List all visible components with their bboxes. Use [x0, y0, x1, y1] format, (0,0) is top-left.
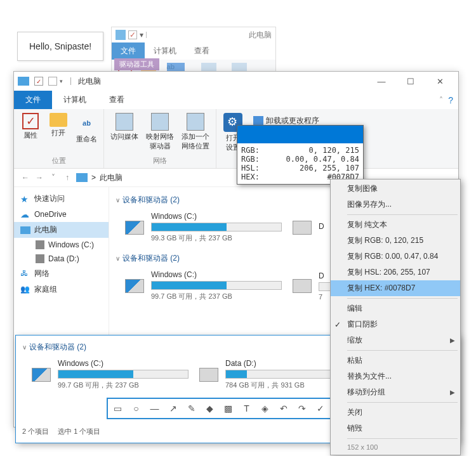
menu-item[interactable]: 复制 RGB: 0.00, 0.47, 0.84 [331, 249, 460, 264]
drive-item[interactable]: Windows (C:)99.3 GB 可用，共 237 GB [123, 212, 282, 243]
tab-view[interactable]: 查看 [98, 91, 136, 109]
tool-button[interactable]: ↶ [275, 400, 293, 417]
menu-item[interactable]: 复制 HSL: 206, 255, 107 [331, 264, 460, 280]
minimize-button[interactable]: — [367, 72, 396, 91]
help-icon[interactable]: ? [448, 95, 453, 105]
tool-button[interactable]: ○ [128, 400, 145, 417]
menu-item[interactable]: 复制 纯文本 [331, 217, 460, 233]
tab-computer[interactable]: 计算机 [145, 42, 185, 60]
ribbon-media[interactable]: 访问媒体 [108, 112, 141, 143]
tool-button[interactable]: T [238, 400, 256, 417]
qat-dropdown-icon[interactable]: ▾ [60, 78, 63, 84]
qat-checkbox[interactable]: ✓ [34, 77, 43, 86]
menu-item[interactable]: 替换为文件... [331, 368, 460, 384]
menu-label: 关闭 [347, 407, 362, 418]
annotation-toolbar: ▭○—↗✎◆▩T◈↶↷✓✗📌 [107, 398, 369, 419]
color-value-row: RGB: 0, 120, 215 [241, 146, 359, 155]
mini-title: 此电脑 [249, 30, 272, 41]
breadcrumb[interactable]: > 此电脑 [76, 173, 122, 183]
forward-button[interactable]: → [33, 171, 46, 184]
color-picker-tooltip: RGB: 0, 120, 215RGB:0.00, 0.47, 0.84HSL:… [237, 125, 364, 185]
menu-label: 粘贴 [347, 355, 362, 366]
sidebar-item[interactable]: ★快速访问 [14, 191, 109, 207]
sidebar-label: 此电脑 [34, 225, 57, 235]
tool-button[interactable]: ✎ [183, 400, 201, 417]
menu-item[interactable]: 粘贴 [331, 353, 460, 368]
tool-button[interactable]: ▭ [109, 400, 127, 417]
menu-label: 销毁 [347, 423, 362, 434]
net-icon: 🖧 [20, 269, 30, 279]
menu-item[interactable]: 销毁 [331, 420, 460, 436]
status-selected: 选中 1 个项目 [58, 427, 100, 436]
tool-button[interactable]: ↗ [164, 400, 182, 417]
menu-item[interactable]: 编辑 [331, 301, 460, 316]
tool-button[interactable]: — [146, 400, 164, 417]
tool-button[interactable]: ◆ [201, 400, 219, 417]
drive-tools-overlay: 驱动器工具 [114, 58, 159, 70]
tool-button[interactable]: ✓ [312, 400, 329, 417]
close-button[interactable]: ✕ [425, 72, 454, 91]
menu-item[interactable]: 图像另存为... [331, 197, 460, 212]
ribbon-properties[interactable]: 属性 [18, 112, 43, 141]
drive-item[interactable]: Windows (C:)99.7 GB 可用，共 237 GB [30, 359, 188, 390]
tool-button[interactable]: ▩ [220, 400, 237, 417]
back-button[interactable]: ← [19, 171, 32, 184]
menu-separator [347, 402, 458, 403]
history-dropdown[interactable]: ˅ [47, 171, 60, 184]
tab-file[interactable]: 文件 [112, 42, 145, 60]
titlebar[interactable]: ✓ ▾ 此电脑 — ☐ ✕ [14, 72, 458, 91]
sidebar-item[interactable]: Data (D:) [14, 252, 109, 266]
color-swatch [237, 126, 363, 143]
menu-item[interactable]: ✓窗口阴影 [331, 316, 460, 332]
sidebar-label: 快速访问 [34, 193, 65, 204]
menu-label: 窗口阴影 [347, 319, 378, 330]
ribbon-add-network[interactable]: 添加一个 网络位置 [179, 112, 212, 152]
capacity-text: 99.7 GB 可用，共 237 GB [151, 292, 282, 301]
tool-button[interactable]: ↷ [293, 400, 311, 417]
sidebar-item[interactable]: Windows (C:) [14, 238, 109, 252]
ribbon-rename[interactable]: ab重命名 [74, 112, 100, 145]
menu-label: 缩放 [347, 335, 362, 346]
menu-item[interactable]: 缩放▶ [331, 332, 460, 348]
ribbon-open[interactable]: 打开 [46, 112, 71, 139]
check-icon: ✓ [334, 320, 341, 329]
menu-label: 复制图像 [347, 183, 378, 194]
menu-item[interactable]: 复制图像 [331, 181, 460, 197]
sidebar-label: 家庭组 [34, 284, 57, 295]
sidebar-item[interactable]: ☁OneDrive [14, 207, 109, 222]
drive-name: Windows (C:) [151, 212, 282, 221]
menu-item[interactable]: 复制 HEX: #0078D7 [331, 280, 460, 296]
collapse-ribbon-icon[interactable]: ˄ [439, 96, 443, 105]
drive-item[interactable]: Windows (C:)99.7 GB 可用，共 237 GB [123, 270, 282, 301]
sidebar-label: Windows (C:) [48, 240, 94, 249]
sidebar-label: 网络 [34, 268, 50, 279]
up-button[interactable]: ↑ [61, 171, 74, 184]
tab-view[interactable]: 查看 [185, 42, 218, 60]
tool-button[interactable]: ◈ [256, 400, 274, 417]
ribbon-group-label: 位置 [18, 156, 100, 167]
ribbon-map-drive[interactable]: 映射网络 驱动器 [143, 112, 176, 152]
ribbon-group-label: 网络 [108, 156, 212, 167]
dv-icon [36, 254, 44, 263]
status-count: 2 个项目 [22, 427, 49, 436]
qat-separator [146, 32, 150, 38]
menu-item[interactable]: 复制 RGB: 0, 120, 215 [331, 233, 460, 249]
menu-label: 替换为文件... [347, 371, 392, 382]
menu-item[interactable]: 移动到分组▶ [331, 384, 460, 400]
tab-file[interactable]: 文件 [14, 91, 52, 109]
menu-item[interactable]: 关闭 [331, 405, 460, 420]
star-icon: ★ [20, 194, 30, 204]
path-segment[interactable]: 此电脑 [100, 173, 122, 183]
maximize-button[interactable]: ☐ [396, 72, 425, 91]
pc-icon [76, 173, 88, 182]
sidebar-item[interactable]: 此电脑 [14, 222, 109, 238]
menu-label: 复制 RGB: 0.00, 0.47, 0.84 [347, 251, 438, 262]
qat-item[interactable] [48, 77, 57, 86]
sidebar-item[interactable]: 🖧网络 [14, 266, 109, 282]
tab-computer[interactable]: 计算机 [52, 91, 98, 109]
hello-snippet[interactable]: Hello, Snipaste! [17, 32, 103, 61]
color-value-row: HSL: 206, 255, 107 [241, 164, 359, 173]
drive-icon [291, 275, 314, 297]
sidebar-item[interactable]: 👥家庭组 [14, 282, 109, 297]
menu-label: 复制 RGB: 0, 120, 215 [347, 235, 423, 246]
